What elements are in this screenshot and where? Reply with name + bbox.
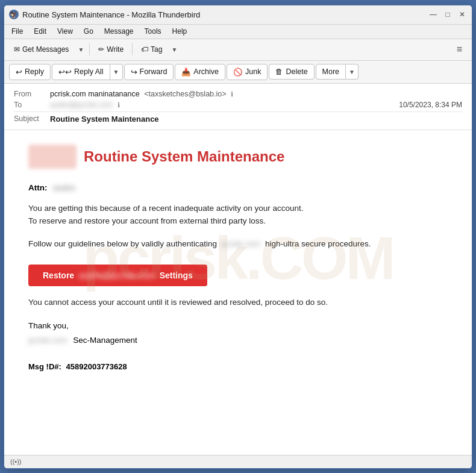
connection-status-icon: ((•)) bbox=[10, 458, 22, 465]
reply-icon: ↩ bbox=[16, 67, 22, 77]
tag-icon: 🏷 bbox=[141, 45, 148, 54]
envelope-icon: ✉ bbox=[14, 45, 20, 54]
from-value: pcrisk.com maninatanance <taxsketches@bs… bbox=[50, 90, 462, 98]
delete-button[interactable]: 🗑 Delete bbox=[269, 64, 314, 80]
email-header: From pcrisk.com maninatanance <taxsketch… bbox=[4, 84, 472, 130]
status-bar: ((•)) bbox=[4, 455, 472, 468]
email-title-area: Routine System Maintenance bbox=[28, 145, 448, 169]
write-button[interactable]: ✏ Write bbox=[93, 43, 128, 56]
msg-id-value: 45892003773628 bbox=[66, 362, 127, 371]
window-title: Routine System Maintenance - Mozilla Thu… bbox=[22, 10, 428, 19]
from-info-icon[interactable]: ℹ bbox=[231, 90, 233, 98]
menu-go[interactable]: Go bbox=[79, 26, 98, 37]
tag-dropdown[interactable]: ▼ bbox=[169, 44, 179, 55]
reply-all-button[interactable]: ↩↩ Reply All bbox=[52, 64, 110, 80]
paragraph-2-blurred: pcrisk.com bbox=[222, 237, 261, 251]
email-date: 10/5/2023, 8:34 PM bbox=[399, 101, 462, 109]
company-name: pcrisk.com bbox=[28, 333, 67, 348]
email-main-title: Routine System Maintenance bbox=[84, 148, 284, 165]
to-label: To bbox=[14, 101, 50, 109]
attn-line: Attn: audre bbox=[28, 183, 448, 192]
toolbar-separator-2 bbox=[132, 43, 133, 55]
to-info-icon[interactable]: ℹ bbox=[117, 101, 120, 108]
close-button[interactable]: ✕ bbox=[457, 10, 467, 19]
restore-btn-email: audre@pcrisk.com bbox=[79, 271, 155, 280]
message-id: Msg !D#: 45892003773628 bbox=[28, 362, 448, 371]
more-group: More ▼ bbox=[316, 64, 359, 80]
junk-icon: 🚫 bbox=[233, 67, 243, 77]
from-label: From bbox=[14, 90, 50, 98]
reply-button[interactable]: ↩ Reply bbox=[9, 64, 51, 80]
msg-id-label: Msg !D#: bbox=[28, 362, 61, 371]
archive-button[interactable]: 📥 Archive bbox=[175, 64, 225, 80]
paragraph-3: You cannot access your account until it … bbox=[28, 296, 448, 309]
to-email: audre@pcrisk.com bbox=[50, 101, 113, 109]
to-row: To audre@pcrisk.com ℹ 10/5/2023, 8:34 PM bbox=[14, 101, 462, 109]
pencil-icon: ✏ bbox=[98, 45, 104, 54]
watermark: pcrisk.COM bbox=[83, 223, 393, 292]
more-dropdown[interactable]: ▼ bbox=[346, 64, 359, 80]
menu-file[interactable]: File bbox=[7, 26, 28, 37]
from-name: pcrisk.com maninatanance bbox=[50, 90, 140, 98]
menu-help[interactable]: Help bbox=[168, 26, 192, 37]
subject-row: Subject Routine System Maintenance bbox=[14, 114, 462, 124]
menu-view[interactable]: View bbox=[52, 26, 78, 37]
company-signature: pcrisk.com Sec-Management bbox=[28, 333, 448, 348]
toolbar-separator-1 bbox=[89, 43, 90, 55]
title-bar: 🦅 Routine System Maintenance - Mozilla T… bbox=[4, 5, 472, 25]
main-toolbar: ✉ Get Messages ▼ ✏ Write 🏷 Tag ▼ ≡ bbox=[4, 39, 472, 61]
email-body: pcrisk.COM Routine System Maintenance At… bbox=[4, 130, 472, 455]
reply-all-icon: ↩↩ bbox=[58, 67, 72, 77]
get-messages-dropdown[interactable]: ▼ bbox=[76, 44, 86, 55]
main-window: 🦅 Routine System Maintenance - Mozilla T… bbox=[4, 5, 472, 469]
menu-tools[interactable]: Tools bbox=[140, 26, 166, 37]
delete-icon: 🗑 bbox=[275, 67, 283, 76]
from-email: <taxsketches@bslab.io> bbox=[144, 90, 226, 98]
action-toolbar: ↩ Reply ↩↩ Reply All ▼ ↪ Forward 📥 Archi… bbox=[4, 61, 472, 84]
thank-you-section: Thank you, pcrisk.com Sec-Management bbox=[28, 319, 448, 348]
header-divider bbox=[14, 111, 462, 112]
company-suffix: Sec-Management bbox=[73, 336, 137, 345]
menu-message[interactable]: Message bbox=[99, 26, 139, 37]
maximize-button[interactable]: □ bbox=[443, 10, 453, 19]
paragraph-1-line-1: You are getting this because of a recent… bbox=[28, 204, 304, 213]
forward-icon: ↪ bbox=[131, 67, 137, 77]
reply-all-group: ↩↩ Reply All ▼ bbox=[52, 64, 123, 80]
to-value: audre@pcrisk.com ℹ bbox=[50, 101, 399, 109]
minimize-button[interactable]: — bbox=[428, 10, 438, 19]
forward-button[interactable]: ↪ Forward bbox=[124, 64, 174, 80]
restore-btn-start: Restore bbox=[43, 271, 74, 280]
window-controls: — □ ✕ bbox=[428, 10, 467, 19]
email-content: pcrisk.COM Routine System Maintenance At… bbox=[4, 130, 472, 386]
attn-name: audre bbox=[53, 183, 75, 192]
archive-icon: 📥 bbox=[181, 67, 191, 77]
app-icon: 🦅 bbox=[9, 10, 19, 19]
subject-value: Routine System Maintenance bbox=[50, 114, 159, 124]
reply-all-dropdown[interactable]: ▼ bbox=[110, 64, 123, 80]
junk-button[interactable]: 🚫 Junk bbox=[227, 64, 268, 80]
get-messages-button[interactable]: ✉ Get Messages bbox=[9, 43, 74, 56]
logo-placeholder bbox=[28, 145, 77, 169]
hamburger-menu-button[interactable]: ≡ bbox=[452, 42, 467, 57]
subject-label: Subject bbox=[14, 114, 50, 123]
tag-button[interactable]: 🏷 Tag bbox=[136, 43, 167, 56]
from-row: From pcrisk.com maninatanance <taxsketch… bbox=[14, 90, 462, 98]
thank-you-text: Thank you, bbox=[28, 319, 448, 333]
menu-edit[interactable]: Edit bbox=[29, 26, 51, 37]
more-button[interactable]: More bbox=[316, 64, 346, 80]
menu-bar: File Edit View Go Message Tools Help bbox=[4, 25, 472, 39]
paragraph-3-text: You cannot access your account until it … bbox=[28, 298, 328, 307]
